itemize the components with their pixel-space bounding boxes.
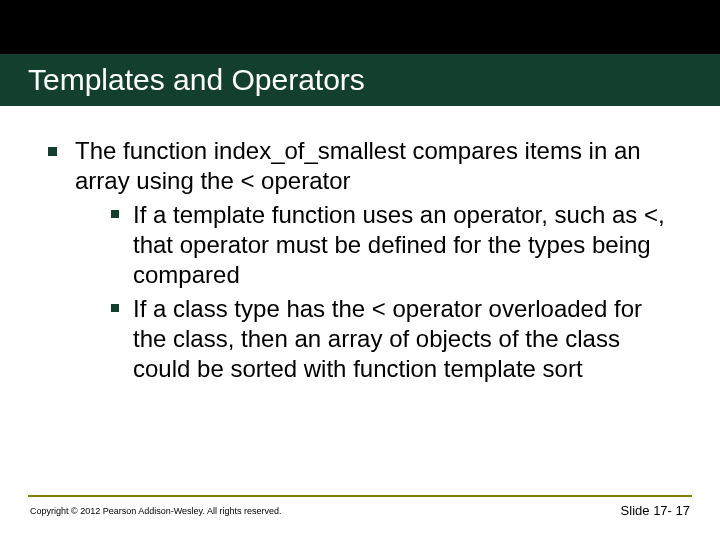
bullet1-container: The function index_of_smallest compares …	[75, 136, 678, 388]
footer-row: Copyright © 2012 Pearson Addison-Wesley.…	[0, 503, 720, 518]
footer: Copyright © 2012 Pearson Addison-Wesley.…	[0, 495, 720, 518]
slide-body: The function index_of_smallest compares …	[0, 106, 720, 388]
slide-title: Templates and Operators	[28, 63, 365, 97]
top-strip	[0, 0, 720, 54]
slide: Templates and Operators The function ind…	[0, 0, 720, 540]
bullet-level1: The function index_of_smallest compares …	[48, 136, 678, 388]
square-bullet-icon	[111, 304, 119, 312]
sub-bullet1-text: If a template function uses an operator,…	[133, 200, 678, 290]
slide-number: Slide 17- 17	[621, 503, 690, 518]
bullet-level2: If a template function uses an operator,…	[111, 200, 678, 290]
square-bullet-icon	[111, 210, 119, 218]
sub-bullet2-text: If a class type has the < operator overl…	[133, 294, 678, 384]
bullet1-text: The function index_of_smallest compares …	[75, 137, 641, 194]
title-bar: Templates and Operators	[0, 54, 720, 106]
square-bullet-icon	[48, 147, 57, 156]
footer-divider	[28, 495, 692, 497]
sub-bullet-list: If a template function uses an operator,…	[75, 200, 678, 384]
copyright-text: Copyright © 2012 Pearson Addison-Wesley.…	[30, 506, 281, 516]
bullet-level2: If a class type has the < operator overl…	[111, 294, 678, 384]
